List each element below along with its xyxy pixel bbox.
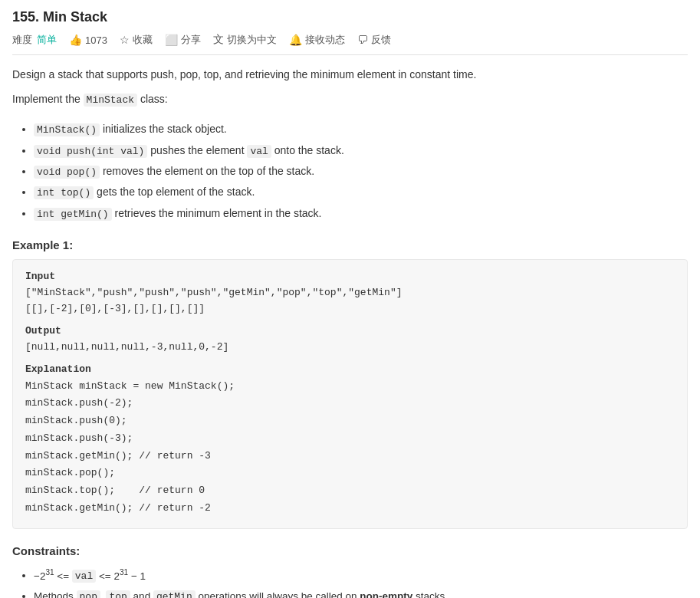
method-list: MinStack() initializes the stack object.… (34, 120, 688, 223)
example1-title: Example 1: (12, 238, 688, 251)
toolbar: 难度 简单 👍 1073 ☆ 收藏 ⬜ 分享 文 切换为中文 🔔 接收动态 🗩 … (12, 33, 688, 55)
method-code: int top() (34, 186, 94, 199)
input-line2: [[],[-2],[0],[-3],[],[],[],[]] (25, 301, 675, 317)
method-code: MinStack() (34, 123, 100, 136)
list-item: void pop() removes the element on the to… (34, 162, 688, 181)
method-ref: pop (77, 590, 100, 598)
subscribe-button[interactable]: 🔔 接收动态 (289, 33, 345, 47)
constraint-item: −231 <= val <= 231 − 1 (34, 565, 688, 586)
difficulty-section: 难度 简单 (12, 33, 57, 47)
constraints-list: −231 <= val <= 231 − 1 Methods pop, top … (34, 565, 688, 598)
collect-label: 收藏 (133, 33, 153, 47)
output-value: [null,null,null,null,-3,null,0,-2] (25, 340, 675, 356)
method-code: int getMin() (34, 208, 112, 221)
like-icon: 👍 (69, 34, 82, 46)
method-ref: top (106, 590, 130, 598)
translate-icon: 文 (213, 33, 224, 47)
share-icon: ⬜ (165, 34, 178, 46)
feedback-button[interactable]: 🗩 反馈 (357, 33, 391, 47)
val-code: val (72, 570, 96, 583)
input-line1: ["MinStack","push","push","push","getMin… (25, 285, 675, 301)
bell-icon: 🔔 (289, 34, 302, 46)
star-icon: ☆ (120, 34, 130, 46)
constraint-item: Methods pop, top and getMin operations w… (34, 586, 688, 598)
translate-button[interactable]: 文 切换为中文 (213, 33, 277, 47)
problem-description: Design a stack that supports push, pop, … (12, 66, 688, 83)
list-item: MinStack() initializes the stack object. (34, 120, 688, 139)
list-item: void push(int val) pushes the element va… (34, 141, 688, 160)
minstack-class-inline: MinStack (84, 94, 137, 107)
difficulty-value[interactable]: 简单 (37, 33, 57, 47)
like-button[interactable]: 👍 1073 (69, 34, 107, 46)
translate-label: 切换为中文 (227, 33, 277, 47)
method-ref: getMin (153, 590, 196, 598)
collect-button[interactable]: ☆ 收藏 (120, 33, 153, 47)
difficulty-label: 难度 (12, 33, 32, 47)
example1-box: Input ["MinStack","push","push","push","… (12, 259, 688, 528)
input-label: Input (25, 271, 675, 282)
list-item: int getMin() retrieves the minimum eleme… (34, 204, 688, 223)
share-button[interactable]: ⬜ 分享 (165, 33, 201, 47)
share-label: 分享 (181, 33, 201, 47)
explanation-code: MinStack minStack = new MinStack(); minS… (25, 378, 675, 518)
method-code: void push(int val) (34, 145, 147, 158)
val-code: val (247, 145, 271, 158)
feedback-label: 反馈 (371, 33, 391, 47)
output-label: Output (25, 325, 675, 337)
implement-line: Implement the MinStack class: (12, 90, 688, 109)
subscribe-label: 接收动态 (305, 33, 345, 47)
explanation-label: Explanation (25, 363, 675, 375)
list-item: int top() gets the top element of the st… (34, 182, 688, 202)
like-count: 1073 (85, 34, 107, 46)
feedback-icon: 🗩 (357, 34, 368, 46)
constraints-title: Constraints: (12, 544, 688, 557)
page-title: 155. Min Stack (12, 9, 688, 25)
method-code: void pop() (34, 166, 100, 179)
